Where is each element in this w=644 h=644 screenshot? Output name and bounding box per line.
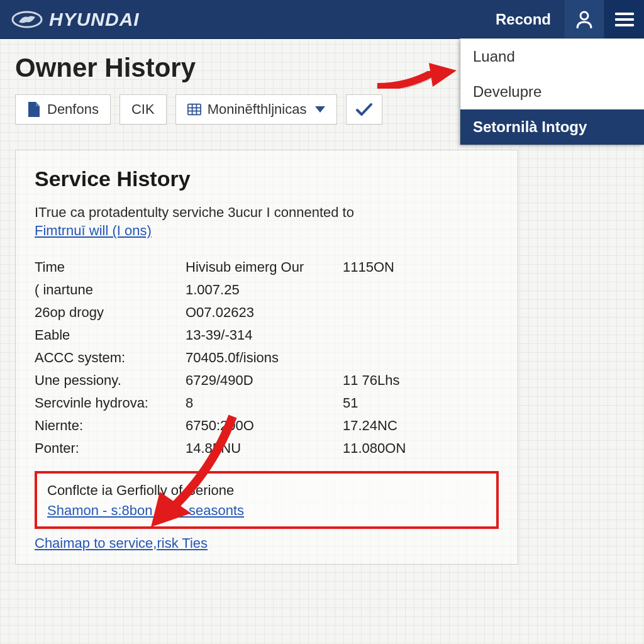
cik-button[interactable]: CIK <box>119 94 167 125</box>
confirm-button[interactable] <box>346 94 382 125</box>
panel-intro-text: ITrue ca protadentulty serviche 3ucur I … <box>35 204 354 220</box>
recond-link[interactable]: Recond <box>483 0 564 38</box>
app-header: HYUNDAI Recond <box>0 0 644 39</box>
dropdown-item-develupre[interactable]: Develupre <box>460 74 644 109</box>
svg-rect-2 <box>187 104 200 115</box>
highlight-line1: Conflcte ia Gerfiolly of Serione <box>47 482 486 499</box>
table-row: Eable13-39/-314 <box>35 324 499 347</box>
document-icon <box>27 101 41 118</box>
service-history-panel: Service History ITrue ca protadentulty s… <box>15 150 518 565</box>
table-row: Ponter:14.8FNU11.080ON <box>35 437 499 460</box>
profile-button[interactable] <box>564 0 604 38</box>
header-actions: Recond <box>483 0 644 38</box>
panel-intro-link[interactable]: Fimtrnuī will (I ons) <box>35 223 152 238</box>
monin-dropdown-button[interactable]: Moninēfthljnicas <box>175 94 338 125</box>
table-row: Sercvinle hydrova:851 <box>35 392 499 414</box>
dropdown-item-luand[interactable]: Luand <box>460 39 644 74</box>
hyundai-logo-icon <box>11 10 43 29</box>
table-row: Niernte:6750:200O17.24NC <box>35 414 499 437</box>
check-icon <box>355 103 373 116</box>
menu-button[interactable] <box>604 0 644 38</box>
highlight-link[interactable]: Shamon - s:8bon our - seasonts <box>47 502 244 518</box>
hamburger-icon <box>615 13 634 26</box>
brand-logo: HYUNDAI <box>11 9 140 30</box>
denfons-button[interactable]: Denfons <box>15 94 111 125</box>
table-row: ( inartune1.007.25 <box>35 279 499 301</box>
brand-name: HYUNDAI <box>49 9 140 30</box>
svg-point-1 <box>580 12 588 19</box>
data-grid: TimeHivisub eimerg Our1115ON ( inartune1… <box>35 256 499 460</box>
denfons-label: Denfons <box>47 101 99 118</box>
table-row: 26op drogyO07.02623 <box>35 301 499 324</box>
panel-intro: ITrue ca protadentulty serviche 3ucur I … <box>35 204 499 240</box>
table-row: ACCC system:70405.0f/isions <box>35 347 499 369</box>
grid-icon <box>187 101 201 118</box>
chevron-down-icon <box>315 106 325 113</box>
table-row: Une pessiony.6729/490D11 76Lhs <box>35 369 499 392</box>
user-icon <box>575 10 593 29</box>
monin-label: Moninēfthljnicas <box>208 101 307 118</box>
highlight-callout: Conflcte ia Gerfiolly of Serione Shamon … <box>35 471 499 529</box>
bottom-link[interactable]: Chaimap to service,risk Ties <box>35 535 208 551</box>
panel-title: Service History <box>35 167 499 191</box>
dropdown-item-setornila[interactable]: Setornilà Intogy <box>460 109 644 145</box>
user-dropdown: Luand Develupre Setornilà Intogy <box>460 39 644 145</box>
cik-label: CIK <box>131 101 155 118</box>
table-row: TimeHivisub eimerg Our1115ON <box>35 256 499 279</box>
